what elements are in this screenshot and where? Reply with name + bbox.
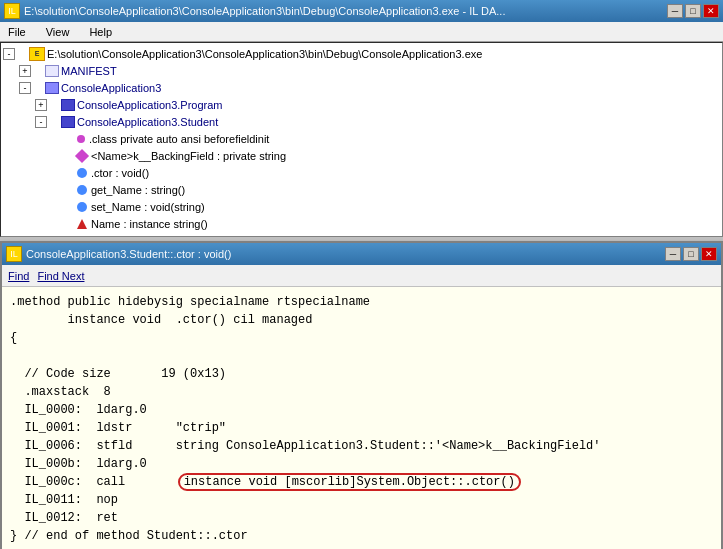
tree-row-manifest[interactable]: + MANIFEST (3, 62, 720, 79)
menu-bar: File View Help (0, 22, 723, 42)
diamond-icon-backingfield (75, 148, 89, 162)
restore-btn[interactable]: □ (685, 4, 701, 18)
find-next-button[interactable]: Find Next (37, 270, 84, 282)
expander-root[interactable]: - (3, 48, 15, 60)
code-line-7: IL_0000: ldarg.0 (10, 401, 713, 419)
program-icon (61, 99, 75, 111)
main-window-title: E:\solution\ConsoleApplication3\ConsoleA… (24, 5, 505, 17)
code-line-4 (10, 347, 713, 365)
close-btn[interactable]: ✕ (703, 4, 719, 18)
manifest-icon (45, 65, 59, 77)
second-restore-btn[interactable]: □ (683, 247, 699, 261)
code-line-2: instance void .ctor() cil managed (10, 311, 713, 329)
second-minimize-btn[interactable]: ─ (665, 247, 681, 261)
app-icon: IL (4, 3, 20, 19)
code-line-5: // Code size 19 (0x13) (10, 365, 713, 383)
minimize-btn[interactable]: ─ (667, 4, 683, 18)
code-highlight: instance void [mscorlib]System.Object::.… (178, 473, 521, 491)
tree-row-ctor[interactable]: .ctor : void() (3, 164, 720, 181)
tree-row-program[interactable]: + ConsoleApplication3.Program (3, 96, 720, 113)
namespace-icon (45, 82, 59, 94)
tree-classinfo-label: .class private auto ansi beforefieldinit (89, 133, 269, 145)
code-line-12: IL_0011: nop (10, 491, 713, 509)
main-title-bar: IL E:\solution\ConsoleApplication3\Conso… (0, 0, 723, 22)
menu-view[interactable]: View (42, 25, 74, 39)
code-line11-prefix: IL_000c: call (10, 475, 176, 489)
expander-namespace[interactable]: - (19, 82, 31, 94)
tree-row-student[interactable]: - ConsoleApplication3.Student (3, 113, 720, 130)
expander-program[interactable]: + (35, 99, 47, 111)
tree-row-exe[interactable]: - E E:\solution\ConsoleApplication3\Cons… (3, 45, 720, 62)
tree-row-classinfo[interactable]: .class private auto ansi beforefieldinit (3, 130, 720, 147)
tree-nameprop-label: Name : instance string() (91, 218, 208, 230)
find-bar: Find Find Next (2, 265, 721, 287)
title-bar-left: IL E:\solution\ConsoleApplication3\Conso… (4, 3, 505, 19)
tree-backingfield-label: <Name>k__BackingField : private string (91, 150, 286, 162)
circle-icon-getname (77, 185, 87, 195)
code-line-14: } // end of method Student::.ctor (10, 527, 713, 545)
expander-student[interactable]: - (35, 116, 47, 128)
tree-row-getname[interactable]: get_Name : string() (3, 181, 720, 198)
tree-row-setname[interactable]: set_Name : void(string) (3, 198, 720, 215)
tree-getname-label: get_Name : string() (91, 184, 185, 196)
title-controls: ─ □ ✕ (667, 4, 719, 18)
second-window: IL ConsoleApplication3.Student::.ctor : … (0, 241, 723, 549)
tree-panel: - E E:\solution\ConsoleApplication3\Cons… (0, 42, 723, 237)
code-line-13: IL_0012: ret (10, 509, 713, 527)
code-line-8: IL_0001: ldstr "ctrip" (10, 419, 713, 437)
second-title-left: IL ConsoleApplication3.Student::.ctor : … (6, 246, 231, 262)
exe-icon: E (29, 47, 45, 61)
second-app-icon: IL (6, 246, 22, 262)
second-title-bar: IL ConsoleApplication3.Student::.ctor : … (2, 243, 721, 265)
tree-manifest-label: MANIFEST (61, 65, 117, 77)
tree-row-namespace[interactable]: - ConsoleApplication3 (3, 79, 720, 96)
code-line-10: IL_000b: ldarg.0 (10, 455, 713, 473)
code-line-3: { (10, 329, 713, 347)
menu-file[interactable]: File (4, 25, 30, 39)
code-line-1: .method public hidebysig specialname rts… (10, 293, 713, 311)
tree-row-nameprop[interactable]: Name : instance string() (3, 215, 720, 232)
code-line-9: IL_0006: stfld string ConsoleApplication… (10, 437, 713, 455)
circle-icon-ctor (77, 168, 87, 178)
tree-exe-label: E:\solution\ConsoleApplication3\ConsoleA… (47, 48, 482, 60)
code-line-6: .maxstack 8 (10, 383, 713, 401)
tree-ctor-label: .ctor : void() (91, 167, 149, 179)
find-button[interactable]: Find (8, 270, 29, 282)
second-title-controls: ─ □ ✕ (665, 247, 717, 261)
menu-help[interactable]: Help (85, 25, 116, 39)
tree-row-backingfield[interactable]: <Name>k__BackingField : private string (3, 147, 720, 164)
tree-namespace-label: ConsoleApplication3 (61, 82, 161, 94)
code-area: .method public hidebysig specialname rts… (2, 287, 721, 549)
second-window-title: ConsoleApplication3.Student::.ctor : voi… (26, 248, 231, 260)
tree-setname-label: set_Name : void(string) (91, 201, 205, 213)
tree-student-label: ConsoleApplication3.Student (77, 116, 218, 128)
code-line-11: IL_000c: call instance void [mscorlib]Sy… (10, 473, 713, 491)
circle-icon-setname (77, 202, 87, 212)
second-close-btn[interactable]: ✕ (701, 247, 717, 261)
student-icon (61, 116, 75, 128)
tree-program-label: ConsoleApplication3.Program (77, 99, 223, 111)
dot-icon-classinfo (77, 135, 85, 143)
triangle-icon-nameprop (77, 219, 87, 229)
expander-manifest[interactable]: + (19, 65, 31, 77)
